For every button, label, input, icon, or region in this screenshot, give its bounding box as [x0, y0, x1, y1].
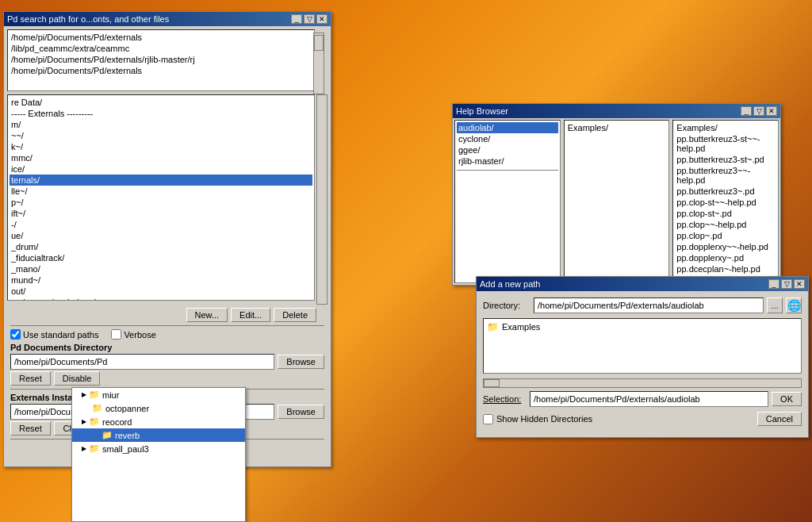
search-path-item[interactable]: /home/pi/Documents/Pd/externals/rjlib-ma… [10, 54, 312, 65]
verbose-label[interactable]: Verbose [111, 329, 155, 340]
search-path-main-item[interactable]: mund~/ [10, 274, 312, 286]
hb-col3-item[interactable]: pp.clop-st~.pd [675, 208, 776, 219]
search-path-main-item[interactable]: re Data/ [10, 97, 312, 108]
file-tree-window: ▶📁miur📁octopanner▶📁reocord📁reverb▶📁small… [71, 387, 246, 522]
add-path-list[interactable]: 📁Examples [483, 318, 802, 374]
search-path-top-list[interactable]: /home/pi/Documents/Pd/externals/lib/pd_c… [7, 29, 315, 91]
search-path-main-item[interactable]: mmc/ [10, 152, 312, 163]
hb-col1-item[interactable]: ggee/ [457, 144, 558, 155]
help-browser-close-btn[interactable]: ✕ [766, 106, 777, 116]
tree-item-label: small_paul3 [102, 444, 149, 454]
hb-col3-item[interactable]: pp.clop~~-help.pd [675, 219, 776, 230]
hb-col3-item[interactable]: pp.dcecplan~-help.pd [675, 263, 776, 274]
search-path-main-item[interactable]: out/ [10, 286, 312, 297]
search-path-maximize-btn[interactable]: ▽ [304, 14, 315, 24]
pd-docs-input[interactable] [10, 354, 274, 370]
search-path-item[interactable]: /home/pi/Documents/Pd/externals [10, 32, 312, 43]
search-path-main-item[interactable]: ice/ [10, 163, 312, 175]
search-path-main-item[interactable]: ----- Externals --------- [10, 108, 312, 119]
add-path-dir-dots-btn[interactable]: … [767, 297, 783, 313]
search-path-main-item[interactable]: _fiducialtrack/ [10, 252, 312, 263]
add-path-dir-refresh-icon[interactable]: 🌐 [786, 297, 802, 313]
search-path-main-item[interactable]: ue/ [10, 230, 312, 241]
help-browser-col2[interactable]: Examples/ [564, 120, 670, 283]
hb-col3-item[interactable]: pp.butterkreuz3-st~.pd [675, 154, 776, 165]
search-path-main-list[interactable]: re Data/----- Externals ---------m/~~/k~… [7, 94, 315, 301]
search-path-main-item[interactable]: ternals/ [10, 175, 312, 186]
add-path-minimize-btn[interactable]: _ [768, 279, 779, 289]
hb-col3-item[interactable]: pp.clop-st~~-help.pd [675, 197, 776, 208]
help-browser-col1[interactable]: audiolab/cyclone/ggee/rjlib-master/ [454, 120, 561, 283]
hb-col3-item[interactable]: pp.butterkreuz3-st~~-help.pd [675, 133, 776, 154]
add-path-hscroll[interactable] [483, 378, 802, 388]
file-tree-content: ▶📁miur📁octopanner▶📁reocord📁reverb▶📁small… [72, 388, 245, 521]
pd-docs-browse-button[interactable]: Browse [278, 355, 324, 369]
add-path-dir-input[interactable] [534, 297, 764, 313]
add-path-selection-input[interactable] [530, 391, 768, 407]
search-path-main-item[interactable]: m/ [10, 119, 312, 130]
search-path-main-scrollbar[interactable] [316, 94, 327, 305]
pd-docs-reset-button[interactable]: Reset [10, 371, 51, 386]
use-standard-paths-checkbox[interactable] [10, 329, 21, 340]
tree-item[interactable]: ▶📁small_paul3 [72, 442, 245, 455]
externals-browse-button[interactable]: Browse [278, 405, 324, 419]
hb-col2-item[interactable]: Examples/ [566, 122, 668, 133]
hb-col3-item[interactable]: pp.dopplerxy~~-help.pd [675, 241, 776, 252]
search-path-item[interactable]: /lib/pd_ceammc/extra/ceammc [10, 43, 312, 54]
pd-docs-reset-row: Reset Disable [10, 371, 324, 386]
add-path-close-btn[interactable]: ✕ [794, 279, 805, 289]
tree-item-label: reverb [115, 431, 140, 440]
edit-button[interactable]: Edit... [231, 308, 270, 322]
hb-col1-item[interactable]: cyclone/ [457, 133, 558, 144]
folder-icon: 📁 [89, 443, 100, 454]
search-path-main-item[interactable]: p~/ [10, 197, 312, 208]
search-path-main-item[interactable]: ~~/ [10, 130, 312, 141]
hb-col3-item[interactable]: pp.dopplerxy~.pd [675, 252, 776, 263]
search-path-main-item[interactable]: mplex-mod~~-help.pd [10, 297, 312, 301]
search-path-main-item[interactable]: ift~/ [10, 208, 312, 219]
search-path-main-area: re Data/----- Externals ---------m/~~/k~… [7, 94, 327, 305]
help-browser-minimize-btn[interactable]: _ [741, 106, 752, 116]
add-path-cancel-button[interactable]: Cancel [757, 412, 802, 426]
search-path-main-item[interactable]: -/ [10, 219, 312, 230]
search-path-main-item[interactable]: k~/ [10, 141, 312, 152]
hb-col3-item[interactable]: pp.butterkreuz3~.pd [675, 186, 776, 197]
add-path-titlebar-buttons: _ ▽ ✕ [768, 279, 805, 289]
hb-col1-item[interactable]: rjlib-master/ [457, 155, 558, 167]
add-path-show-hidden-checkbox[interactable] [483, 414, 493, 424]
delete-button[interactable]: Delete [274, 308, 316, 322]
search-path-top-scrollbar[interactable] [313, 33, 324, 94]
search-path-item[interactable]: /home/pi/Documents/Pd/externals [10, 65, 312, 76]
folder-icon: 📁 [102, 430, 113, 440]
hb-col1-item[interactable]: audiolab/ [457, 122, 558, 133]
hb-col3-item[interactable]: pp.butterkreuz3~~-help.pd [675, 165, 776, 186]
folder-icon: 📁 [92, 403, 103, 413]
add-path-maximize-btn[interactable]: ▽ [781, 279, 792, 289]
search-path-main-item[interactable]: _drum/ [10, 241, 312, 252]
help-browser-maximize-btn[interactable]: ▽ [753, 106, 764, 116]
hb-col3-item[interactable]: Examples/ [675, 122, 776, 133]
verbose-checkbox[interactable] [111, 329, 121, 340]
add-path-titlebar: Add a new path _ ▽ ✕ [477, 277, 808, 291]
new-button[interactable]: New... [186, 308, 228, 322]
hb-col1-separator [457, 168, 558, 171]
help-browser-col3[interactable]: Examples/pp.butterkreuz3-st~~-help.pdpp.… [672, 120, 779, 283]
search-path-main-item[interactable]: _mano/ [10, 263, 312, 274]
add-path-selection-ok-btn[interactable]: OK [772, 392, 802, 406]
tree-item[interactable]: ▶📁reocord [72, 415, 245, 428]
search-path-title: Pd search path for o...onts, and other f… [7, 14, 291, 24]
pd-docs-disable-button[interactable]: Disable [54, 371, 101, 386]
add-path-list-item[interactable]: 📁Examples [485, 320, 799, 333]
externals-reset-button[interactable]: Reset [10, 421, 51, 436]
search-path-top-area: /home/pi/Documents/Pd/externals/lib/pd_c… [7, 29, 327, 91]
tree-item[interactable]: ▶📁miur [72, 388, 245, 401]
tree-item[interactable]: 📁reverb [72, 428, 245, 442]
hb-col3-item[interactable]: pp.clop~.pd [675, 230, 776, 241]
help-browser-title: Help Browser [456, 106, 741, 116]
search-path-minimize-btn[interactable]: _ [291, 14, 302, 24]
use-standard-paths-label[interactable]: Use standard paths [10, 329, 98, 340]
pd-docs-row: Browse [10, 354, 324, 370]
tree-item[interactable]: 📁octopanner [72, 401, 245, 415]
search-path-main-item[interactable]: lle~/ [10, 186, 312, 197]
search-path-close-btn[interactable]: ✕ [316, 14, 327, 24]
